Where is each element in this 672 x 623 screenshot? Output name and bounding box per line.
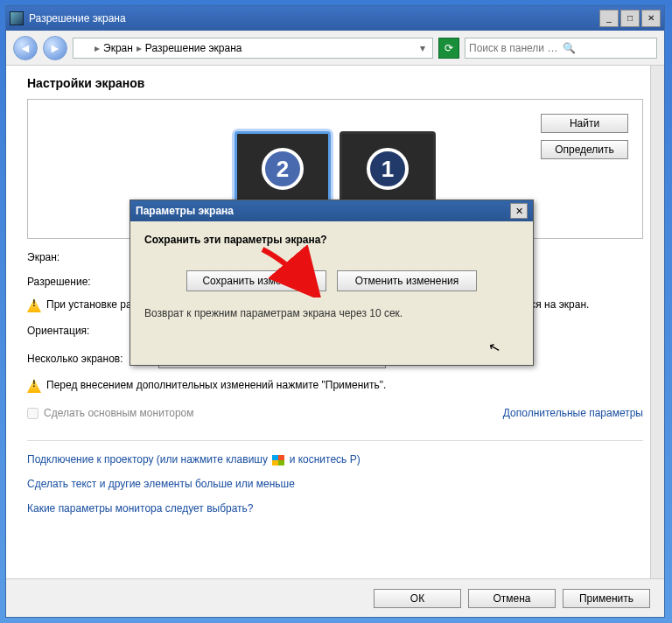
nav-back-button[interactable]: ◄: [13, 36, 38, 60]
search-input[interactable]: Поиск в панели управле... 🔍: [465, 38, 657, 59]
revert-changes-button[interactable]: Отменить изменения: [337, 270, 477, 291]
primary-monitor-checkbox: [27, 408, 38, 419]
breadcrumb[interactable]: ▸ Экран ▸ Разрешение экрана ▾: [73, 38, 433, 59]
minimize-button[interactable]: _: [599, 10, 619, 27]
windows-key-icon: [272, 455, 284, 466]
projector-link[interactable]: Подключение к проектору (или нажмите кла…: [27, 453, 360, 466]
apply-button[interactable]: Применить: [563, 589, 650, 608]
breadcrumb-item[interactable]: Экран: [103, 42, 133, 54]
refresh-button[interactable]: ⟳: [438, 38, 459, 59]
monitor-1[interactable]: 1: [340, 131, 436, 206]
save-settings-dialog: Параметры экрана ✕ Сохранить эти парамет…: [130, 200, 534, 366]
detect-button[interactable]: Определить: [541, 140, 628, 159]
maximize-button[interactable]: □: [620, 10, 640, 27]
dialog-question: Сохранить эти параметры экрана?: [144, 234, 519, 246]
warning-icon: [27, 298, 41, 312]
nav-forward-button[interactable]: ►: [43, 36, 67, 60]
warning-icon: [27, 379, 41, 393]
search-placeholder: Поиск в панели управле...: [469, 42, 559, 54]
warning-apply-text: Перед внесением дополнительных изменений…: [46, 379, 386, 391]
close-button[interactable]: ✕: [641, 10, 661, 27]
save-changes-button[interactable]: Сохранить изменения: [186, 270, 326, 291]
vertical-scrollbar[interactable]: [650, 66, 664, 617]
monitor-2[interactable]: 2: [234, 131, 331, 206]
primary-monitor-label: Сделать основным монитором: [44, 407, 194, 419]
ok-button[interactable]: ОК: [374, 589, 461, 608]
monitor-icon: [77, 41, 91, 55]
cancel-button[interactable]: Отмена: [468, 589, 556, 608]
monitor-number: 2: [262, 148, 304, 190]
advanced-settings-link[interactable]: Дополнительные параметры: [503, 407, 643, 419]
breadcrumb-item[interactable]: Разрешение экрана: [145, 42, 242, 54]
monitor-number: 1: [367, 148, 409, 190]
dialog-title: Параметры экрана: [136, 205, 234, 217]
label-resolution: Разрешение:: [27, 276, 141, 288]
search-icon: 🔍: [563, 42, 653, 54]
label-orientation: Ориентация:: [27, 325, 141, 337]
label-screen: Экран:: [27, 251, 141, 263]
footer: ОК Отмена Применить: [6, 578, 664, 617]
page-heading: Настройки экранов: [27, 76, 643, 90]
toolbar: ◄ ► ▸ Экран ▸ Разрешение экрана ▾ ⟳ Поис…: [6, 31, 664, 66]
app-icon: [10, 11, 24, 25]
dialog-titlebar: Параметры экрана ✕: [130, 200, 533, 221]
which-monitor-link[interactable]: Какие параметры монитора следует выбрать…: [27, 502, 254, 514]
find-button[interactable]: Найти: [541, 114, 628, 133]
dialog-close-button[interactable]: ✕: [510, 203, 528, 219]
window-title: Разрешение экрана: [29, 12, 126, 24]
dialog-countdown: Возврат к прежним параметрам экрана чере…: [144, 307, 519, 319]
titlebar: Разрешение экрана _ □ ✕: [6, 6, 664, 31]
text-size-link[interactable]: Сделать текст и другие элементы больше и…: [27, 478, 295, 490]
